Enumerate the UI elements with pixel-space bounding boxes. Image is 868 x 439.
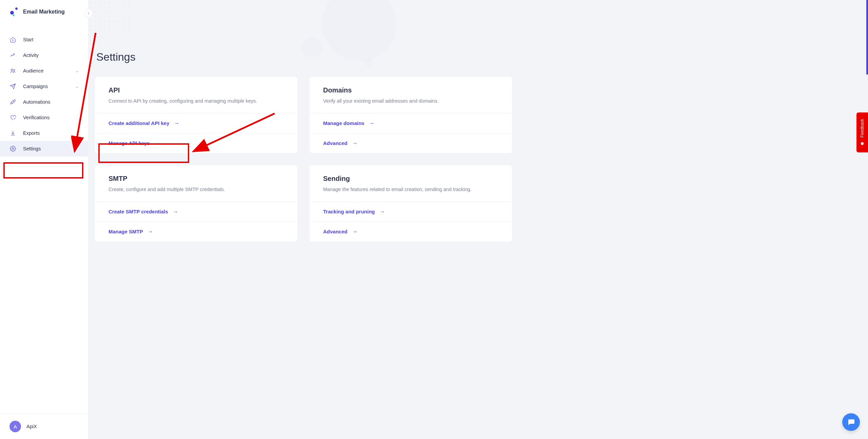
sidebar-item-automations[interactable]: Automations bbox=[0, 94, 88, 110]
sidebar-item-label: Audience bbox=[23, 68, 69, 74]
card-link-label: Manage SMTP bbox=[108, 229, 143, 234]
app-title: Email Marketing bbox=[23, 9, 65, 15]
link-manage-api-keys[interactable]: Manage API keys → bbox=[95, 133, 297, 153]
card-description: Create, configure and add multiple SMTP … bbox=[108, 186, 284, 193]
sidebar-item-audience[interactable]: Audience ⌄ bbox=[0, 63, 88, 79]
page-title: Settings bbox=[96, 51, 512, 63]
sidebar-item-campaigns[interactable]: Campaigns ⌄ bbox=[0, 79, 88, 94]
link-domains-advanced[interactable]: Advanced → bbox=[310, 133, 512, 153]
card-title: Sending bbox=[323, 175, 498, 183]
chevron-down-icon: ⌄ bbox=[76, 69, 79, 73]
sidebar: Email Marketing Start Activity Audience … bbox=[0, 0, 88, 261]
download-icon bbox=[9, 130, 16, 137]
card-title: Domains bbox=[323, 86, 498, 94]
card-title: API bbox=[108, 86, 284, 94]
sidebar-item-activity[interactable]: Activity bbox=[0, 47, 88, 63]
card-description: Manage the features related to email cre… bbox=[323, 186, 498, 193]
settings-card-sending: Sending Manage the features related to e… bbox=[310, 165, 512, 242]
link-tracking-pruning[interactable]: Tracking and pruning → bbox=[310, 202, 512, 222]
arrow-right-icon: → bbox=[155, 140, 160, 146]
card-title: SMTP bbox=[108, 175, 284, 183]
arrow-right-icon: → bbox=[352, 229, 358, 235]
app-logo-icon bbox=[9, 7, 18, 16]
link-manage-smtp[interactable]: Manage SMTP → bbox=[95, 222, 297, 242]
people-icon bbox=[9, 67, 16, 74]
sidebar-item-label: Verifications bbox=[23, 115, 79, 120]
sidebar-item-label: Activity bbox=[23, 53, 79, 58]
svg-point-1 bbox=[11, 69, 13, 71]
link-create-smtp[interactable]: Create SMTP credentials → bbox=[95, 202, 297, 222]
sidebar-item-exports[interactable]: Exports bbox=[0, 125, 88, 141]
card-description: Connect to API by creating, configuring … bbox=[108, 98, 284, 105]
sidebar-collapse-button[interactable]: ‹ bbox=[84, 9, 93, 18]
svg-point-0 bbox=[13, 40, 13, 40]
card-link-label: Manage domains bbox=[323, 120, 364, 126]
sidebar-item-label: Start bbox=[23, 37, 79, 42]
heart-check-icon bbox=[9, 114, 16, 121]
home-icon bbox=[9, 36, 16, 43]
svg-point-3 bbox=[14, 101, 14, 102]
chevron-down-icon: ⌄ bbox=[76, 84, 79, 89]
send-icon bbox=[9, 83, 16, 90]
settings-card-api: API Connect to API by creating, configur… bbox=[95, 77, 297, 153]
link-manage-domains[interactable]: Manage domains → bbox=[310, 113, 512, 133]
link-sending-advanced[interactable]: Advanced → bbox=[310, 222, 512, 242]
sidebar-item-label: Settings bbox=[23, 146, 79, 151]
arrow-right-icon: → bbox=[380, 209, 385, 215]
arrow-right-icon: → bbox=[352, 140, 358, 146]
card-link-label: Tracking and pruning bbox=[323, 209, 375, 214]
sidebar-item-label: Exports bbox=[23, 130, 79, 136]
sidebar-item-verifications[interactable]: Verifications bbox=[0, 110, 88, 125]
arrow-right-icon: → bbox=[173, 209, 178, 215]
settings-card-domains: Domains Verify all your existing email a… bbox=[310, 77, 512, 153]
sidebar-header: Email Marketing bbox=[0, 0, 88, 24]
settings-card-smtp: SMTP Create, configure and add multiple … bbox=[95, 165, 297, 242]
decorative-dots bbox=[88, 0, 129, 41]
sidebar-item-start[interactable]: Start bbox=[0, 32, 88, 47]
rocket-icon bbox=[9, 99, 16, 105]
card-link-label: Create SMTP credentials bbox=[108, 209, 168, 214]
card-description: Verify all your existing email addresses… bbox=[323, 98, 498, 105]
main-content: Settings API Connect to API by creating,… bbox=[88, 0, 526, 261]
card-link-label: Manage API keys bbox=[108, 140, 150, 146]
settings-cards-grid: API Connect to API by creating, configur… bbox=[95, 77, 512, 242]
chart-icon bbox=[9, 52, 16, 59]
arrow-right-icon: → bbox=[174, 120, 180, 126]
link-create-api-key[interactable]: Create additional API key → bbox=[95, 113, 297, 133]
card-link-label: Advanced bbox=[323, 229, 348, 234]
sidebar-item-settings[interactable]: Settings bbox=[0, 141, 88, 156]
arrow-right-icon: → bbox=[148, 229, 153, 235]
svg-point-4 bbox=[12, 148, 14, 150]
sidebar-item-label: Campaigns bbox=[23, 84, 69, 89]
svg-point-2 bbox=[14, 69, 15, 71]
card-link-label: Create additional API key bbox=[108, 120, 170, 126]
gear-icon bbox=[9, 145, 16, 152]
arrow-right-icon: → bbox=[369, 120, 375, 126]
nav-list: Start Activity Audience ⌄ Campaigns ⌄ Au… bbox=[0, 24, 88, 261]
card-link-label: Advanced bbox=[323, 140, 348, 146]
sidebar-item-label: Automations bbox=[23, 99, 79, 105]
